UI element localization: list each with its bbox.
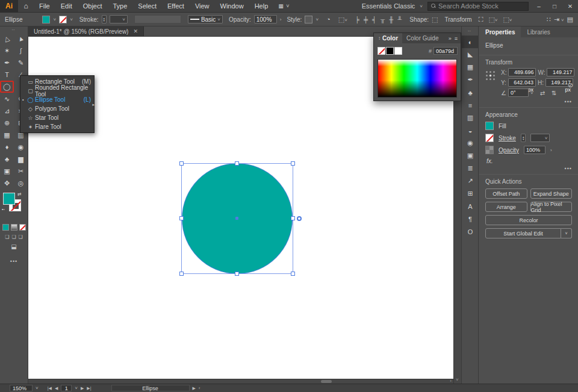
draw-behind-icon[interactable]: ❏ [11, 234, 16, 240]
align-h-center-icon[interactable]: ╪ [364, 16, 368, 23]
home-icon[interactable]: ⌂ [18, 2, 34, 10]
fill-chevron-icon[interactable]: ˅ [53, 17, 56, 22]
align-top-icon[interactable]: ╥ [381, 16, 385, 23]
align-left-icon[interactable]: ╞ [355, 16, 359, 23]
opacity-label[interactable]: Opacity: [229, 16, 251, 23]
none-swatch[interactable] [378, 47, 385, 55]
tab-properties[interactable]: Properties [479, 26, 521, 37]
handle-bottom-right[interactable] [291, 272, 295, 276]
menu-type[interactable]: Type [108, 0, 133, 13]
opacity-arrow-icon[interactable]: › [280, 17, 282, 22]
arrange-documents-icon[interactable]: ▦ ˅ [278, 3, 290, 9]
shape-widget-icon[interactable]: ⬚ [432, 16, 438, 23]
appearance-stroke-swatch[interactable] [485, 134, 494, 142]
color-panel-icon[interactable]: ◐ [462, 36, 479, 48]
align-to-pixel-grid-button[interactable]: Align to Pixel Grid [530, 202, 573, 212]
style-swatch[interactable] [305, 16, 312, 23]
document-setup-icon[interactable]: ⬚˅ [338, 16, 347, 23]
appearance-fill-swatch[interactable] [485, 122, 494, 130]
symbols-panel-icon[interactable]: ♣ [462, 86, 479, 99]
column-graph-tool[interactable]: ▆ [14, 153, 28, 165]
fill-indicator[interactable] [3, 193, 15, 205]
prev-artboard-icon[interactable]: ◀ [55, 386, 58, 391]
hex-value-field[interactable]: 00a79d [434, 47, 458, 55]
menu-edit[interactable]: Edit [55, 0, 78, 13]
export-panel-icon[interactable]: ↗ [462, 175, 479, 187]
align-right-icon[interactable]: ╡ [372, 16, 376, 23]
draw-inside-icon[interactable]: ❏ [19, 234, 23, 240]
panel-menu-icon[interactable]: ≡ [455, 36, 458, 42]
ai-logo[interactable]: Ai [0, 0, 18, 13]
center-point[interactable] [235, 217, 238, 220]
tools-panel-grip[interactable]: ‥ [0, 26, 28, 33]
menu-file[interactable]: File [34, 0, 55, 13]
status-menu-arrow-icon[interactable]: ▶ [193, 386, 196, 391]
character-panel-icon[interactable]: A [462, 200, 479, 213]
offset-path-button[interactable]: Offset Path [485, 188, 527, 199]
paint-none-button[interactable] [19, 224, 26, 231]
align-bottom-icon[interactable]: ╨ [397, 16, 402, 23]
select-similar-icon[interactable]: ⬚˅ [488, 16, 497, 23]
dock-grip[interactable]: ‥ [462, 28, 478, 34]
menu-object[interactable]: Object [78, 0, 108, 13]
tab-color[interactable]: ↕ Color [374, 33, 402, 43]
workspace-switcher[interactable]: Essentials Classic [362, 2, 415, 10]
horizontal-scroll-thumb[interactable] [321, 380, 332, 383]
paint-gradient-button[interactable] [11, 224, 17, 231]
white-swatch[interactable] [394, 47, 402, 55]
scroll-right-icon[interactable]: › [450, 378, 452, 384]
scale-tool[interactable]: ⊿ [0, 105, 14, 117]
opacity-options-icon[interactable]: › [550, 148, 552, 153]
mesh-tool[interactable]: ▦ [0, 129, 14, 141]
recolor-button[interactable]: Recolor [485, 215, 572, 225]
handle-top-left[interactable] [179, 161, 184, 166]
opentype-panel-icon[interactable]: O [462, 225, 479, 238]
document-tab[interactable]: Untitled-1* @ 150% (RGB/Preview) ✕ [28, 26, 144, 36]
status-collapse-icon[interactable]: ‹ [199, 386, 200, 390]
fx-button[interactable]: fx. [486, 158, 572, 164]
align-v-center-icon[interactable]: ╫ [389, 16, 393, 23]
rotation-field[interactable]: 0° [508, 89, 529, 97]
handle-bottom-left[interactable] [179, 272, 184, 276]
type-tool[interactable]: T [0, 69, 14, 81]
magic-wand-tool[interactable]: ✶ [0, 45, 14, 57]
handle-top-right[interactable] [291, 161, 295, 166]
select-similar-options-icon[interactable]: ⬚˅ [503, 16, 512, 23]
selection-tool[interactable]: △ [0, 33, 14, 45]
handle-middle-left[interactable] [179, 216, 184, 220]
menu-effect[interactable]: Effect [162, 0, 190, 13]
artboard-number-field[interactable]: 1 [61, 385, 72, 391]
stroke-weight-select[interactable]: ˅ [530, 134, 550, 142]
flyout-polygon-tool[interactable]: ◇Polygon Tool [20, 104, 94, 113]
collapse-panel-icon[interactable]: » [449, 36, 452, 42]
live-shape-widget[interactable] [297, 216, 302, 221]
direct-selection-tool[interactable]: ▲ [14, 33, 28, 45]
transform-more-options-icon[interactable]: ••• [485, 99, 572, 105]
panel-menu-icon[interactable]: ▤ [567, 16, 573, 23]
stroke-color-swatch[interactable] [59, 16, 67, 23]
stroke-weight-stepper[interactable]: ▴▾ [102, 15, 107, 23]
fill-color-swatch[interactable] [42, 16, 50, 23]
search-input[interactable]: Search Adobe Stock [427, 2, 529, 11]
gradient-panel-icon[interactable]: ▥ [462, 111, 479, 124]
symbol-sprayer-tool[interactable]: ♣ [0, 153, 14, 165]
reference-point-locator[interactable] [485, 70, 496, 81]
first-artboard-icon[interactable]: |◀ [48, 386, 52, 391]
opacity-value-field[interactable]: 100% [524, 146, 545, 154]
expand-shape-button[interactable]: Expand Shape [530, 188, 573, 199]
transform-label[interactable]: Transform [444, 16, 471, 23]
paragraph-panel-icon[interactable]: ¶ [462, 213, 479, 225]
layers-panel-icon[interactable]: ≣ [462, 162, 479, 175]
curvature-tool[interactable]: ✎ [14, 57, 28, 69]
tab-libraries[interactable]: Libraries [521, 26, 556, 37]
pen-tool[interactable]: ✒ [0, 57, 14, 69]
flyout-tearoff-icon[interactable]: ▸ [92, 102, 95, 107]
scroll-down-icon[interactable]: ˅ [456, 377, 459, 382]
zoom-chevron-icon[interactable]: ˅ [36, 385, 39, 391]
artboard-tool[interactable]: ▣ [0, 165, 14, 177]
opacity-link[interactable]: Opacity [499, 147, 519, 154]
handle-top-center[interactable] [235, 161, 239, 166]
isolate-selection-icon[interactable]: ⛶ [479, 16, 483, 23]
start-global-edit-button[interactable]: Start Global Edit [485, 228, 561, 238]
tab-close-icon[interactable]: ✕ [133, 28, 138, 34]
